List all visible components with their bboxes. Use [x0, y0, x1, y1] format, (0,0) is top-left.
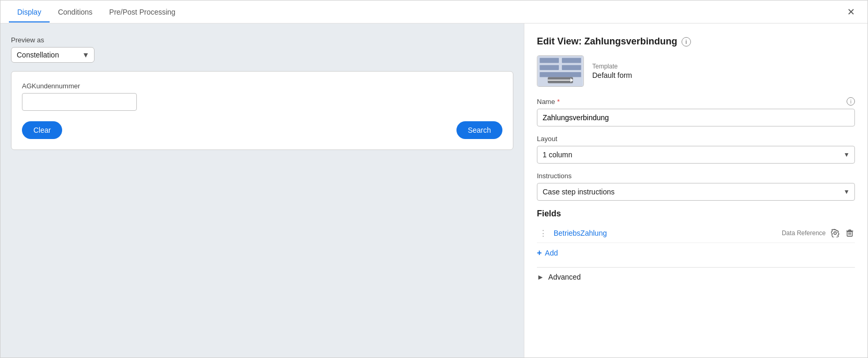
left-panel: Preview as Constellation Classic ▼ AGKun… — [1, 24, 524, 357]
tab-display[interactable]: Display — [9, 2, 50, 22]
drag-handle-icon[interactable]: ⋮ — [537, 228, 549, 238]
advanced-row[interactable]: ► Advanced — [537, 267, 855, 286]
instructions-select-wrap: Case step instructions None ▼ — [537, 183, 855, 201]
name-label: Name * i — [537, 97, 855, 106]
add-field-row[interactable]: + Add — [537, 243, 855, 263]
template-name: Default form — [592, 71, 632, 79]
layout-select-wrap: 1 column 2 column 3 column ▼ — [537, 146, 855, 164]
clear-button[interactable]: Clear — [22, 121, 62, 139]
required-star: * — [557, 98, 560, 106]
layout-select[interactable]: 1 column 2 column 3 column — [537, 146, 855, 164]
add-icon: + — [537, 248, 542, 258]
name-label-text: Name — [537, 98, 555, 106]
template-info: Template Default form — [592, 63, 632, 79]
table-row: ⋮ BetriebsZahlung Data Reference — [537, 224, 855, 243]
chevron-right-icon: ► — [537, 273, 544, 281]
field-type-badge: Data Reference — [782, 229, 826, 237]
instructions-field-group: Instructions Case step instructions None… — [537, 172, 855, 201]
template-label: Template — [592, 63, 632, 70]
title-info-icon[interactable]: i — [682, 37, 691, 47]
preview-select[interactable]: Constellation Classic — [11, 47, 95, 63]
search-button[interactable]: Search — [456, 121, 502, 139]
form-actions: Clear Search — [22, 121, 502, 139]
name-field-group: Name * i — [537, 97, 855, 126]
field-delete-icon[interactable] — [844, 228, 855, 238]
template-thumbnail — [537, 55, 584, 87]
svg-rect-1 — [539, 58, 559, 63]
name-info-icon[interactable]: i — [847, 97, 855, 106]
svg-rect-2 — [562, 58, 581, 63]
svg-rect-4 — [562, 65, 581, 70]
field-settings-icon[interactable] — [830, 228, 840, 238]
right-panel: Edit View: Zahlungsverbindung i — [524, 24, 867, 357]
fields-section: Fields ⋮ BetriebsZahlung Data Reference — [537, 209, 855, 263]
tab-conditions[interactable]: Conditions — [50, 2, 101, 22]
field-link-betriebszahlung[interactable]: BetriebsZahlung — [554, 229, 778, 237]
instructions-select[interactable]: Case step instructions None — [537, 183, 855, 201]
layout-label-text: Layout — [537, 135, 557, 143]
instructions-label: Instructions — [537, 172, 855, 180]
edit-view-title: Edit View: Zahlungsverbindung i — [537, 36, 855, 47]
ag-kundennummer-input[interactable] — [22, 93, 137, 111]
modal-container: Display Conditions Pre/Post Processing ✕… — [0, 0, 868, 358]
preview-select-container: Constellation Classic ▼ — [11, 47, 95, 63]
add-label: Add — [545, 249, 558, 257]
advanced-label: Advanced — [548, 273, 581, 281]
name-input[interactable] — [537, 109, 855, 126]
close-button[interactable]: ✕ — [843, 5, 859, 19]
layout-label: Layout — [537, 135, 855, 143]
template-row: Template Default form — [537, 55, 855, 87]
tab-prepost[interactable]: Pre/Post Processing — [101, 2, 184, 22]
preview-label: Preview as — [11, 36, 513, 44]
svg-rect-5 — [539, 72, 581, 77]
fields-title: Fields — [537, 209, 855, 218]
edit-view-title-text: Edit View: Zahlungsverbindung — [537, 36, 677, 47]
layout-field-group: Layout 1 column 2 column 3 column ▼ — [537, 135, 855, 164]
svg-rect-3 — [539, 65, 559, 70]
ag-kundennummer-label: AGKundennummer — [22, 82, 502, 90]
instructions-label-text: Instructions — [537, 172, 571, 180]
tabs-bar: Display Conditions Pre/Post Processing ✕ — [1, 1, 867, 24]
main-content: Preview as Constellation Classic ▼ AGKun… — [1, 24, 867, 357]
field-actions — [830, 228, 855, 238]
form-card: AGKundennummer Clear Search — [11, 71, 513, 150]
